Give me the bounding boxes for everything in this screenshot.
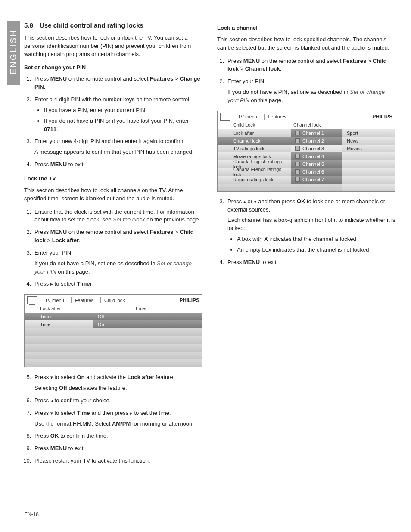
page-number: EN-18 xyxy=(24,511,39,517)
step: Press OK to confirm the time. xyxy=(33,432,202,440)
subheading-pin: Set or change your PIN xyxy=(24,64,202,72)
menu-cell xyxy=(93,352,202,359)
menu-cell xyxy=(25,352,93,359)
checkbox-icon xyxy=(295,177,300,182)
checkbox-icon xyxy=(295,162,300,166)
breadcrumb: TV menu Features Child lock PHILIPS xyxy=(25,295,202,305)
menu-cell xyxy=(25,328,93,336)
menu-cell xyxy=(93,328,202,336)
step: Press MENU on the remote control and sel… xyxy=(33,75,202,91)
menu-rows: Lock afterChannel 1SportChannel lockChan… xyxy=(218,129,395,191)
step: Press MENU to exit. xyxy=(33,445,202,453)
checkbox-icon xyxy=(295,169,300,174)
tv-icon xyxy=(220,113,230,121)
language-label: ENGLISH xyxy=(9,29,18,74)
lockchannel-steps: Press MENU on the remote control and sel… xyxy=(217,57,395,105)
menu-cell: Region ratings lock xyxy=(218,176,291,184)
section-heading: 5.8Use child control and rating locks xyxy=(24,22,202,29)
subheading-lockchannel: Lock a channel xyxy=(217,24,395,32)
menu-cell: Channel 1 xyxy=(291,129,342,137)
locktv-steps: Ensure that the clock is set with the cu… xyxy=(24,208,202,289)
step: Press MENU on the remote control and sel… xyxy=(33,228,202,245)
step: Press ▾ to select On and activate the Lo… xyxy=(33,373,202,392)
menu-cell xyxy=(342,160,395,168)
menu-cell xyxy=(342,176,395,184)
menu-row xyxy=(25,328,202,336)
checkbox-icon xyxy=(295,146,300,151)
menu-cell xyxy=(25,359,93,367)
menu-row: Region ratings lockChannel 7 xyxy=(218,176,395,184)
menu-diagram-channellock: TV menu Features PHILIPS Child LockChann… xyxy=(217,111,395,192)
menu-row xyxy=(25,359,202,367)
menu-cell: Lock after xyxy=(218,129,291,137)
menu-row xyxy=(25,336,202,344)
menu-header: Lock afterTimer xyxy=(25,305,202,313)
step: Press ▾ to select Time and then press ▸ … xyxy=(33,409,202,428)
step: Enter a 4-digit PIN with the number keys… xyxy=(33,96,202,133)
step: Enter your PIN. If you do not have a PIN… xyxy=(33,249,202,276)
menu-cell xyxy=(342,184,395,191)
bullet: An empty box indicates that the channel … xyxy=(237,246,395,254)
step: Press ▸ to select Timer. xyxy=(33,280,202,288)
menu-cell: Channel 4 xyxy=(291,152,342,160)
pin-steps: Press MENU on the remote control and sel… xyxy=(24,75,202,169)
menu-cell xyxy=(218,184,291,191)
menu-row: TimeOn xyxy=(25,320,202,328)
step: Press MENU to exit. xyxy=(33,161,202,169)
bullet: If you have a PIN, enter your current PI… xyxy=(44,106,202,115)
menu-row xyxy=(25,344,202,352)
menu-cell xyxy=(93,344,202,352)
language-tab: ENGLISH xyxy=(7,21,20,85)
menu-cell xyxy=(25,344,93,352)
locktv-intro: This section describes how to lock all c… xyxy=(24,187,202,203)
step: Ensure that the clock is set with the cu… xyxy=(33,208,202,224)
lockchannel-steps-cont: Press ▴ or ▾ and then press OK to lock o… xyxy=(217,198,395,267)
columns: 5.8Use child control and rating locks Th… xyxy=(24,22,395,471)
menu-cell: Channel 7 xyxy=(291,176,342,184)
lockchannel-intro: This section describes how to lock speci… xyxy=(217,36,395,52)
tv-icon xyxy=(27,296,37,304)
menu-cell: Channel 5 xyxy=(291,160,342,168)
crumb: TV menu xyxy=(41,297,68,303)
menu-cell xyxy=(342,168,395,176)
intro: This section describes how to lock or un… xyxy=(24,34,202,59)
menu-cell: Movies xyxy=(342,145,395,152)
step: Press MENU on the remote control and sel… xyxy=(226,57,395,74)
sub-bullets: A box with X indicates that the channel … xyxy=(227,235,395,254)
checkbox-icon xyxy=(295,138,300,143)
crumb: Features xyxy=(264,114,290,120)
menu-header: Child LockChannel lock xyxy=(218,121,395,129)
crumb: Features xyxy=(71,297,97,303)
section-number: 5.8 xyxy=(24,22,40,29)
breadcrumb: TV menu Features PHILIPS xyxy=(218,111,395,121)
menu-cell: Channel lock xyxy=(218,137,291,145)
menu-cell: Sport xyxy=(342,129,395,137)
locktv-steps-cont: Press ▾ to select On and activate the Lo… xyxy=(24,373,202,465)
right-column: Lock a channel This section describes ho… xyxy=(217,22,395,471)
section-title: Use child control and rating locks xyxy=(40,22,143,29)
menu-cell: Channel 3 xyxy=(291,145,342,152)
menu-row: TimerOff xyxy=(25,313,202,320)
step: Enter your PIN. If you do not have a PIN… xyxy=(226,78,395,105)
menu-cell: Off xyxy=(93,313,202,320)
bullet: A box with X indicates that the channel … xyxy=(237,235,395,243)
menu-rows: TimerOffTimeOn xyxy=(25,313,202,367)
bullet: If you do not have a PIN or if you have … xyxy=(44,117,202,134)
menu-diagram-lockafter: TV menu Features Child lock PHILIPS Lock… xyxy=(24,294,202,367)
menu-row: Canada French ratings lockChannel 6 xyxy=(218,168,395,176)
menu-cell xyxy=(93,359,202,367)
step: Enter your new 4-digit PIN and then ente… xyxy=(33,137,202,156)
menu-row: Lock afterChannel 1Sport xyxy=(218,129,395,137)
step: Press ◂ to confirm your choice. xyxy=(33,397,202,405)
checkbox-icon xyxy=(295,131,300,135)
menu-row: TV ratings lockChannel 3Movies xyxy=(218,145,395,152)
step: Press ▴ or ▾ and then press OK to lock o… xyxy=(226,198,395,254)
menu-cell: Timer xyxy=(25,313,93,320)
menu-row: Channel lockChannel 2News xyxy=(218,137,395,145)
menu-cell: News xyxy=(342,137,395,145)
menu-row xyxy=(218,184,395,191)
menu-cell: Channel 2 xyxy=(291,137,342,145)
page: ENGLISH 5.8Use child control and rating … xyxy=(0,0,411,532)
menu-cell: Time xyxy=(25,320,93,328)
menu-cell: On xyxy=(93,320,202,328)
